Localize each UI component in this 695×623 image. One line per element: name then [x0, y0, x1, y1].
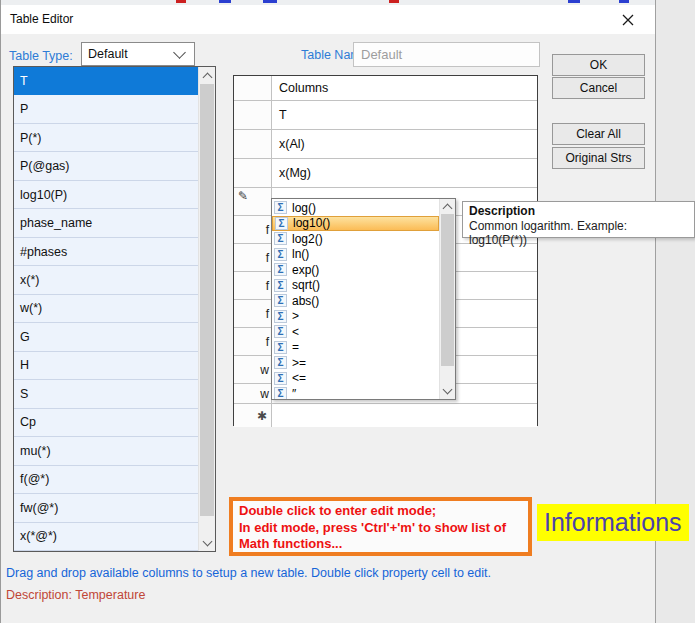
scroll-up-icon[interactable]	[440, 199, 455, 214]
table-name-input[interactable]: Default	[353, 42, 540, 67]
list-item[interactable]: P(*)	[14, 124, 198, 152]
menu-item[interactable]: Σlog()	[272, 200, 439, 216]
row-header: f	[234, 300, 272, 327]
list-item[interactable]: w(*)	[14, 295, 198, 323]
description-tooltip: Description Common logarithm. Example: l…	[462, 201, 695, 238]
original-strs-button[interactable]: Original Strs	[552, 147, 645, 169]
menu-item[interactable]: Σ″	[272, 386, 439, 399]
function-sigma-icon: Σ	[274, 387, 287, 399]
function-sigma-icon: Σ	[274, 372, 287, 385]
cancel-button[interactable]: Cancel	[552, 77, 645, 99]
menu-item-selected[interactable]: Σlog10()	[272, 216, 439, 232]
clear-all-button[interactable]: Clear All	[552, 123, 645, 145]
grid-cell[interactable]	[272, 404, 537, 427]
menu-item-label: <	[292, 325, 299, 339]
grid-cell[interactable]: T	[272, 101, 537, 129]
list-scrollbar[interactable]	[198, 67, 215, 551]
list-item[interactable]: P(@gas)	[14, 152, 198, 180]
menu-item[interactable]: Σ=	[272, 340, 439, 356]
scrollbar-thumb[interactable]	[200, 84, 214, 516]
function-sigma-icon: Σ	[274, 341, 287, 354]
background-window-fragment	[389, 0, 399, 3]
background-window-fragment	[176, 0, 186, 3]
row-marker: f	[266, 223, 269, 237]
menu-item[interactable]: Σexp()	[272, 262, 439, 278]
row-header: ✱	[234, 404, 272, 427]
menu-item-label: log()	[292, 201, 316, 215]
row-marker: f	[266, 335, 269, 349]
informations-annotation: Informations	[537, 504, 689, 541]
chevron-down-icon	[173, 46, 186, 59]
menu-item[interactable]: Σsqrt()	[272, 278, 439, 294]
menu-item[interactable]: Σlog2()	[272, 231, 439, 247]
function-sigma-icon: Σ	[274, 248, 287, 261]
background-window-fragment	[619, 0, 629, 3]
list-item[interactable]: H	[14, 352, 198, 380]
menu-item[interactable]: Σabs()	[272, 293, 439, 309]
function-sigma-icon: Σ	[274, 201, 287, 214]
list-item[interactable]: #phases	[14, 238, 198, 266]
ok-button[interactable]: OK	[552, 54, 645, 76]
new-row[interactable]: ✱	[234, 404, 537, 427]
list-item[interactable]: x(*)	[14, 266, 198, 294]
list-item[interactable]: f(@*)	[14, 466, 198, 494]
screenshot-canvas: Table Editor Table Type: Default Table N…	[0, 0, 695, 623]
function-sigma-icon: Σ	[274, 279, 287, 292]
instruction-text: Drag and drop available columns to setup…	[6, 566, 491, 580]
list-item[interactable]: S	[14, 380, 198, 408]
row-header	[234, 130, 272, 158]
menu-item-label: log2()	[292, 232, 323, 246]
menu-item[interactable]: Σln()	[272, 247, 439, 263]
scroll-down-icon[interactable]	[440, 384, 455, 399]
dropdown-scrollbar[interactable]	[439, 199, 455, 399]
list-item[interactable]: fw(@*)	[14, 494, 198, 522]
selected-column-description: Description: Temperature	[6, 588, 145, 602]
math-function-dropdown: Σlog() Σlog10() Σlog2() Σln() Σexp() Σsq…	[271, 198, 456, 400]
menu-item-label: abs()	[292, 294, 319, 308]
menu-item[interactable]: Σ<=	[272, 371, 439, 387]
list-item[interactable]: P	[14, 95, 198, 123]
menu-item-label: >	[292, 309, 299, 323]
row-marker: f	[266, 279, 269, 293]
dropdown-items: Σlog() Σlog10() Σlog2() Σln() Σexp() Σsq…	[272, 200, 439, 399]
grid-column-header: Columns	[272, 76, 537, 100]
background-window-fragment	[263, 0, 277, 3]
row-marker: w	[260, 387, 269, 401]
hint-line: Double click to enter edit mode;	[239, 503, 522, 520]
scroll-up-icon[interactable]	[199, 67, 215, 83]
tooltip-title: Description	[469, 204, 688, 218]
scroll-down-icon[interactable]	[199, 535, 215, 551]
row-header: f	[234, 272, 272, 299]
grid-cell[interactable]: x(Al)	[272, 130, 537, 158]
row-header: f	[234, 244, 272, 271]
list-item[interactable]: T	[14, 67, 198, 95]
menu-item-label: ″	[292, 387, 296, 399]
grid-corner-cell	[234, 76, 272, 100]
menu-item[interactable]: Σ>=	[272, 355, 439, 371]
menu-item-label: log10()	[293, 216, 330, 230]
table-row[interactable]: T	[234, 101, 537, 130]
list-item[interactable]: Cp	[14, 409, 198, 437]
close-icon[interactable]	[614, 8, 642, 32]
menu-item[interactable]: Σ>	[272, 309, 439, 325]
new-row-icon: ✱	[257, 409, 267, 423]
menu-item[interactable]: Σ<	[272, 324, 439, 340]
table-type-value: Default	[88, 47, 128, 61]
table-type-select[interactable]: Default	[81, 42, 195, 66]
list-item[interactable]: log10(P)	[14, 181, 198, 209]
list-item[interactable]: G	[14, 323, 198, 351]
row-header: ✎	[234, 188, 272, 215]
menu-item-label: sqrt()	[292, 278, 320, 292]
list-item[interactable]: mu(*)	[14, 437, 198, 465]
grid-cell[interactable]: x(Mg)	[272, 159, 537, 187]
scrollbar-thumb[interactable]	[441, 214, 454, 366]
table-row[interactable]: x(Mg)	[234, 159, 537, 188]
list-item[interactable]: x(*@*)	[14, 523, 198, 551]
function-sigma-icon: Σ	[274, 356, 287, 369]
table-row[interactable]: x(Al)	[234, 130, 537, 159]
menu-item-label: >=	[292, 356, 306, 370]
title-bar: Table Editor	[1, 5, 655, 34]
grid-header-row: Columns	[234, 76, 537, 101]
annotation-text: Informations	[544, 508, 682, 537]
list-item[interactable]: phase_name	[14, 209, 198, 237]
